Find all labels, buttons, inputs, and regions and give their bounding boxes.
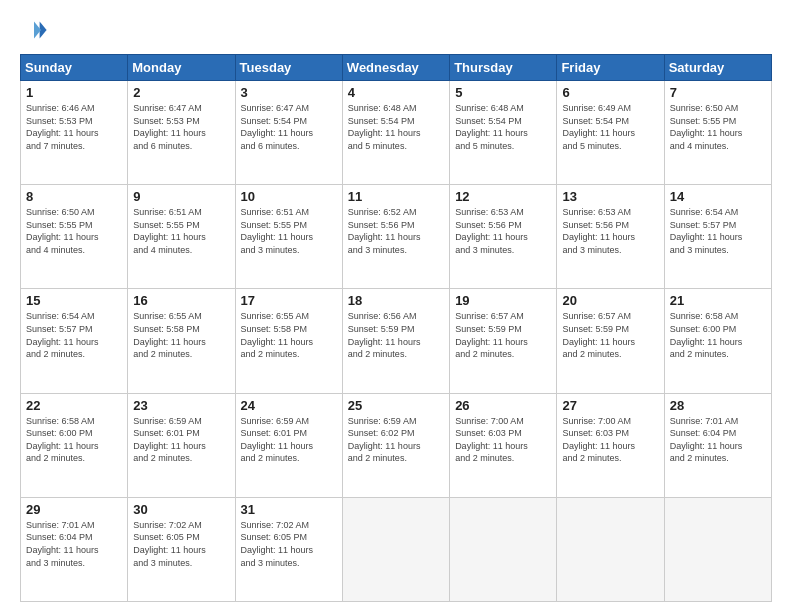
day-number: 14 [670, 189, 766, 204]
day-number: 21 [670, 293, 766, 308]
calendar-cell: 22Sunrise: 6:58 AMSunset: 6:00 PMDayligh… [21, 393, 128, 497]
calendar-cell: 26Sunrise: 7:00 AMSunset: 6:03 PMDayligh… [450, 393, 557, 497]
calendar-cell: 14Sunrise: 6:54 AMSunset: 5:57 PMDayligh… [664, 185, 771, 289]
header [20, 16, 772, 44]
day-info: Sunrise: 6:54 AMSunset: 5:57 PMDaylight:… [670, 206, 766, 256]
calendar-cell: 30Sunrise: 7:02 AMSunset: 6:05 PMDayligh… [128, 497, 235, 601]
day-number: 24 [241, 398, 337, 413]
day-info: Sunrise: 6:51 AMSunset: 5:55 PMDaylight:… [241, 206, 337, 256]
day-number: 2 [133, 85, 229, 100]
calendar-cell: 2Sunrise: 6:47 AMSunset: 5:53 PMDaylight… [128, 81, 235, 185]
day-number: 22 [26, 398, 122, 413]
day-number: 20 [562, 293, 658, 308]
calendar-cell: 31Sunrise: 7:02 AMSunset: 6:05 PMDayligh… [235, 497, 342, 601]
day-info: Sunrise: 6:54 AMSunset: 5:57 PMDaylight:… [26, 310, 122, 360]
calendar-cell: 9Sunrise: 6:51 AMSunset: 5:55 PMDaylight… [128, 185, 235, 289]
day-number: 19 [455, 293, 551, 308]
calendar-cell: 16Sunrise: 6:55 AMSunset: 5:58 PMDayligh… [128, 289, 235, 393]
day-info: Sunrise: 7:01 AMSunset: 6:04 PMDaylight:… [26, 519, 122, 569]
day-info: Sunrise: 6:53 AMSunset: 5:56 PMDaylight:… [455, 206, 551, 256]
calendar-row: 15Sunrise: 6:54 AMSunset: 5:57 PMDayligh… [21, 289, 772, 393]
day-number: 5 [455, 85, 551, 100]
day-info: Sunrise: 6:58 AMSunset: 6:00 PMDaylight:… [670, 310, 766, 360]
day-info: Sunrise: 6:56 AMSunset: 5:59 PMDaylight:… [348, 310, 444, 360]
day-info: Sunrise: 6:57 AMSunset: 5:59 PMDaylight:… [455, 310, 551, 360]
calendar-cell: 17Sunrise: 6:55 AMSunset: 5:58 PMDayligh… [235, 289, 342, 393]
day-number: 17 [241, 293, 337, 308]
day-info: Sunrise: 6:52 AMSunset: 5:56 PMDaylight:… [348, 206, 444, 256]
calendar-cell: 6Sunrise: 6:49 AMSunset: 5:54 PMDaylight… [557, 81, 664, 185]
day-info: Sunrise: 7:02 AMSunset: 6:05 PMDaylight:… [133, 519, 229, 569]
calendar-cell: 5Sunrise: 6:48 AMSunset: 5:54 PMDaylight… [450, 81, 557, 185]
day-info: Sunrise: 6:51 AMSunset: 5:55 PMDaylight:… [133, 206, 229, 256]
day-info: Sunrise: 7:01 AMSunset: 6:04 PMDaylight:… [670, 415, 766, 465]
day-number: 23 [133, 398, 229, 413]
day-number: 27 [562, 398, 658, 413]
day-info: Sunrise: 6:47 AMSunset: 5:53 PMDaylight:… [133, 102, 229, 152]
day-number: 11 [348, 189, 444, 204]
calendar-cell [450, 497, 557, 601]
calendar-cell: 23Sunrise: 6:59 AMSunset: 6:01 PMDayligh… [128, 393, 235, 497]
calendar-header-cell: Saturday [664, 55, 771, 81]
calendar-cell: 4Sunrise: 6:48 AMSunset: 5:54 PMDaylight… [342, 81, 449, 185]
day-number: 3 [241, 85, 337, 100]
day-info: Sunrise: 6:58 AMSunset: 6:00 PMDaylight:… [26, 415, 122, 465]
day-info: Sunrise: 6:48 AMSunset: 5:54 PMDaylight:… [348, 102, 444, 152]
calendar-header-cell: Thursday [450, 55, 557, 81]
calendar-cell [664, 497, 771, 601]
calendar-header-cell: Friday [557, 55, 664, 81]
calendar-cell: 11Sunrise: 6:52 AMSunset: 5:56 PMDayligh… [342, 185, 449, 289]
calendar-cell: 28Sunrise: 7:01 AMSunset: 6:04 PMDayligh… [664, 393, 771, 497]
calendar-header-cell: Monday [128, 55, 235, 81]
day-info: Sunrise: 6:49 AMSunset: 5:54 PMDaylight:… [562, 102, 658, 152]
day-number: 25 [348, 398, 444, 413]
calendar-header-cell: Wednesday [342, 55, 449, 81]
day-number: 4 [348, 85, 444, 100]
day-info: Sunrise: 6:57 AMSunset: 5:59 PMDaylight:… [562, 310, 658, 360]
day-number: 29 [26, 502, 122, 517]
day-number: 18 [348, 293, 444, 308]
calendar-cell: 1Sunrise: 6:46 AMSunset: 5:53 PMDaylight… [21, 81, 128, 185]
calendar-cell: 27Sunrise: 7:00 AMSunset: 6:03 PMDayligh… [557, 393, 664, 497]
day-info: Sunrise: 6:46 AMSunset: 5:53 PMDaylight:… [26, 102, 122, 152]
calendar-row: 1Sunrise: 6:46 AMSunset: 5:53 PMDaylight… [21, 81, 772, 185]
day-number: 8 [26, 189, 122, 204]
calendar-row: 22Sunrise: 6:58 AMSunset: 6:00 PMDayligh… [21, 393, 772, 497]
day-info: Sunrise: 6:50 AMSunset: 5:55 PMDaylight:… [26, 206, 122, 256]
day-number: 10 [241, 189, 337, 204]
day-number: 28 [670, 398, 766, 413]
calendar-cell: 15Sunrise: 6:54 AMSunset: 5:57 PMDayligh… [21, 289, 128, 393]
calendar-cell: 10Sunrise: 6:51 AMSunset: 5:55 PMDayligh… [235, 185, 342, 289]
calendar-cell: 13Sunrise: 6:53 AMSunset: 5:56 PMDayligh… [557, 185, 664, 289]
day-number: 31 [241, 502, 337, 517]
calendar-cell: 25Sunrise: 6:59 AMSunset: 6:02 PMDayligh… [342, 393, 449, 497]
day-info: Sunrise: 6:59 AMSunset: 6:01 PMDaylight:… [133, 415, 229, 465]
calendar-cell: 20Sunrise: 6:57 AMSunset: 5:59 PMDayligh… [557, 289, 664, 393]
calendar-body: 1Sunrise: 6:46 AMSunset: 5:53 PMDaylight… [21, 81, 772, 602]
day-number: 15 [26, 293, 122, 308]
day-number: 30 [133, 502, 229, 517]
day-info: Sunrise: 6:59 AMSunset: 6:02 PMDaylight:… [348, 415, 444, 465]
day-info: Sunrise: 6:55 AMSunset: 5:58 PMDaylight:… [133, 310, 229, 360]
page: SundayMondayTuesdayWednesdayThursdayFrid… [0, 0, 792, 612]
day-info: Sunrise: 6:47 AMSunset: 5:54 PMDaylight:… [241, 102, 337, 152]
day-number: 1 [26, 85, 122, 100]
calendar-table: SundayMondayTuesdayWednesdayThursdayFrid… [20, 54, 772, 602]
calendar-header-row: SundayMondayTuesdayWednesdayThursdayFrid… [21, 55, 772, 81]
logo-icon [20, 16, 48, 44]
calendar-cell [557, 497, 664, 601]
calendar-cell: 3Sunrise: 6:47 AMSunset: 5:54 PMDaylight… [235, 81, 342, 185]
day-number: 26 [455, 398, 551, 413]
day-number: 16 [133, 293, 229, 308]
calendar-cell: 12Sunrise: 6:53 AMSunset: 5:56 PMDayligh… [450, 185, 557, 289]
calendar-cell: 21Sunrise: 6:58 AMSunset: 6:00 PMDayligh… [664, 289, 771, 393]
day-info: Sunrise: 6:55 AMSunset: 5:58 PMDaylight:… [241, 310, 337, 360]
calendar-cell: 8Sunrise: 6:50 AMSunset: 5:55 PMDaylight… [21, 185, 128, 289]
calendar-header-cell: Sunday [21, 55, 128, 81]
calendar-row: 29Sunrise: 7:01 AMSunset: 6:04 PMDayligh… [21, 497, 772, 601]
calendar-cell [342, 497, 449, 601]
calendar-row: 8Sunrise: 6:50 AMSunset: 5:55 PMDaylight… [21, 185, 772, 289]
calendar-cell: 7Sunrise: 6:50 AMSunset: 5:55 PMDaylight… [664, 81, 771, 185]
day-number: 12 [455, 189, 551, 204]
day-info: Sunrise: 6:53 AMSunset: 5:56 PMDaylight:… [562, 206, 658, 256]
